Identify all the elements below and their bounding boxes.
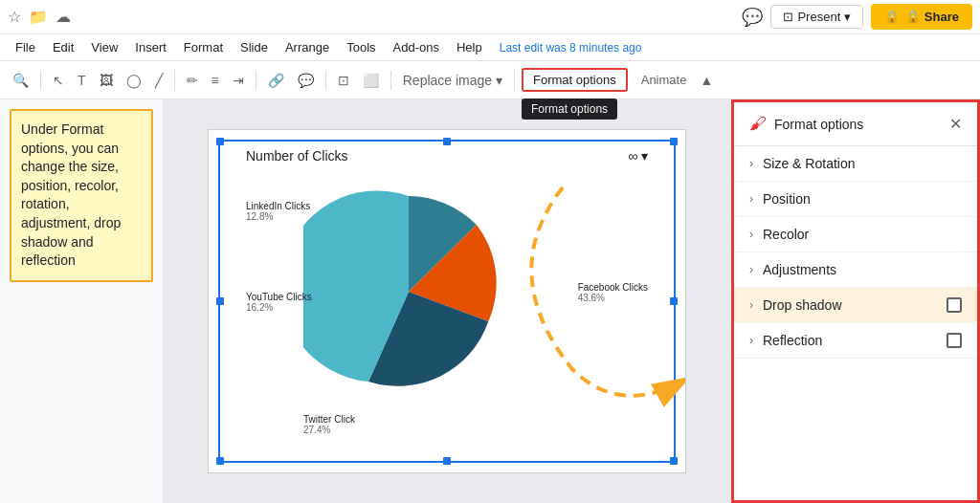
menu-help[interactable]: Help xyxy=(449,38,490,56)
menu-insert[interactable]: Insert xyxy=(127,38,174,56)
main-area: Under Format options, you can change the… xyxy=(0,99,980,503)
pie-chart-svg xyxy=(303,186,514,397)
panel-label-5: Reflection xyxy=(763,333,822,348)
panel-item-left-1: › Position xyxy=(749,191,811,207)
panel-item-reflection[interactable]: › Reflection xyxy=(734,323,977,359)
menu-edit[interactable]: Edit xyxy=(45,38,81,56)
handle-bl[interactable] xyxy=(216,457,224,465)
menu-arrange[interactable]: Arrange xyxy=(278,38,337,56)
panel-label-4: Drop shadow xyxy=(763,297,842,313)
dropshadow-checkbox[interactable] xyxy=(947,297,962,313)
lock-icon: 🔒 xyxy=(884,10,900,24)
last-edit-text: Last edit was 8 minutes ago xyxy=(500,41,642,55)
panel-label-2: Recolor xyxy=(763,227,809,242)
handle-ml[interactable] xyxy=(216,297,224,305)
chevron-up-button[interactable]: ▲ xyxy=(700,73,713,88)
text-btn[interactable]: T xyxy=(73,70,91,91)
indent-btn[interactable]: ⇥ xyxy=(228,70,249,91)
format-options-button[interactable]: Format options xyxy=(522,68,628,92)
separator-2 xyxy=(174,71,175,90)
handle-tr[interactable] xyxy=(670,138,678,145)
chevron-icon-3: › xyxy=(749,263,753,276)
format-panel-icon: 🖌 xyxy=(749,114,767,134)
chevron-icon-5: › xyxy=(749,334,753,347)
format-options-label: Format options xyxy=(533,73,616,87)
chevron-icon-1: › xyxy=(749,192,753,206)
line-btn[interactable]: ╱ xyxy=(150,70,167,91)
left-panel: Under Format options, you can change the… xyxy=(0,99,163,503)
panel-item-left-0: › Size & Rotation xyxy=(749,156,856,171)
chevron-icon-4: › xyxy=(749,298,753,312)
separator-5 xyxy=(390,71,391,90)
panel-label-3: Adjustments xyxy=(763,262,836,277)
menu-view[interactable]: View xyxy=(83,38,125,56)
menu-bar: File Edit View Insert Format Slide Arran… xyxy=(0,34,980,61)
mask-btn[interactable]: ⬜ xyxy=(358,70,384,91)
top-bar: ☆ 📁 ☁ 💬 ⊡ Present ▾ 🔒 🔒 Share xyxy=(0,0,980,34)
pen-btn[interactable]: ✏ xyxy=(182,70,203,91)
chart-controls: ∞ ▾ xyxy=(628,148,648,164)
panel-item-size-rotation[interactable]: › Size & Rotation xyxy=(734,146,977,182)
toolbar: 🔍 ↖ T 🖼 ◯ ╱ ✏ ≡ ⇥ 🔗 💬 ⊡ ⬜ Replace image … xyxy=(0,61,980,99)
panel-label-1: Position xyxy=(763,191,811,207)
label-youtube: YouTube Clicks 16.2% xyxy=(246,292,312,313)
lines-btn[interactable]: ≡ xyxy=(207,70,224,91)
folder-icon[interactable]: 📁 xyxy=(29,8,48,26)
present-dropdown-icon: ▾ xyxy=(844,10,851,24)
chevron-icon-2: › xyxy=(749,228,753,241)
handle-mr[interactable] xyxy=(670,297,678,305)
right-panel-title: 🖌 Format options xyxy=(749,114,863,134)
separator-3 xyxy=(256,71,256,90)
menu-slide[interactable]: Slide xyxy=(233,38,276,56)
handle-bc[interactable] xyxy=(443,457,451,465)
share-button[interactable]: 🔒 🔒 Share xyxy=(871,4,972,30)
menu-file[interactable]: File xyxy=(8,38,43,56)
shape-btn[interactable]: ◯ xyxy=(122,70,146,91)
separator-1 xyxy=(40,71,41,90)
link-btn[interactable]: 🔗 xyxy=(263,70,289,91)
replace-image-btn[interactable]: Replace image ▾ xyxy=(398,70,507,91)
image-btn[interactable]: 🖼 xyxy=(95,70,118,91)
menu-tools[interactable]: Tools xyxy=(339,38,383,56)
comment-button[interactable]: 💬 xyxy=(742,7,763,28)
label-twitter: Twitter Click 27.4% xyxy=(303,414,355,435)
present-label: Present xyxy=(797,10,840,24)
handle-tl[interactable] xyxy=(216,138,224,145)
panel-item-left-5: › Reflection xyxy=(749,333,822,348)
crop-btn[interactable]: ⊡ xyxy=(333,70,354,91)
right-panel: 🖌 Format options ✕ › Size & Rotation › P… xyxy=(731,99,980,503)
cursor-btn[interactable]: ↖ xyxy=(48,70,69,91)
present-button[interactable]: ⊡ Present ▾ xyxy=(770,5,863,29)
slide-canvas: Number of Clicks ∞ ▾ LinkedIn Clicks xyxy=(208,129,686,473)
panel-item-left-2: › Recolor xyxy=(749,227,809,242)
cloud-icon[interactable]: ☁ xyxy=(56,8,71,26)
top-bar-right: 💬 ⊡ Present ▾ 🔒 🔒 Share xyxy=(742,4,972,30)
comment-tb-btn[interactable]: 💬 xyxy=(293,70,319,91)
label-linkedin: LinkedIn Clicks 12.8% xyxy=(246,201,310,222)
menu-format[interactable]: Format xyxy=(176,38,231,56)
panel-item-dropshadow[interactable]: › Drop shadow xyxy=(734,288,977,323)
panel-label-0: Size & Rotation xyxy=(763,156,856,171)
slide-area[interactable]: Number of Clicks ∞ ▾ LinkedIn Clicks xyxy=(163,99,731,503)
zoom-out-btn[interactable]: 🔍 xyxy=(8,70,33,91)
chart-container: Number of Clicks ∞ ▾ LinkedIn Clicks xyxy=(246,148,648,454)
star-icon[interactable]: ☆ xyxy=(8,8,21,26)
right-panel-header: 🖌 Format options ✕ xyxy=(734,102,977,146)
panel-item-left-4: › Drop shadow xyxy=(749,297,842,313)
share-label: 🔒 Share xyxy=(905,10,959,24)
handle-br[interactable] xyxy=(670,457,678,465)
animate-button[interactable]: Animate xyxy=(632,70,697,90)
menu-addons[interactable]: Add-ons xyxy=(386,38,447,56)
present-icon: ⊡ xyxy=(783,10,793,24)
reflection-checkbox[interactable] xyxy=(947,333,962,348)
panel-item-recolor[interactable]: › Recolor xyxy=(734,217,977,252)
close-panel-button[interactable]: ✕ xyxy=(949,115,962,133)
annotation-text: Under Format options, you can change the… xyxy=(21,121,121,268)
panel-item-position[interactable]: › Position xyxy=(734,182,977,217)
panel-item-left-3: › Adjustments xyxy=(749,262,836,277)
panel-item-adjustments[interactable]: › Adjustments xyxy=(734,252,977,288)
handle-tc[interactable] xyxy=(443,138,451,145)
chevron-icon-0: › xyxy=(749,157,753,170)
chart-title: Number of Clicks ∞ ▾ xyxy=(246,148,648,164)
top-bar-left: ☆ 📁 ☁ xyxy=(8,8,71,26)
